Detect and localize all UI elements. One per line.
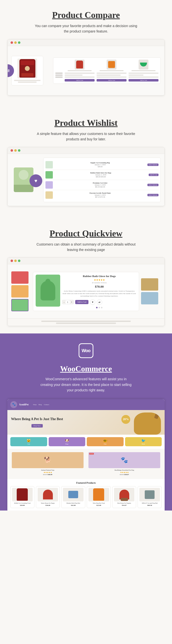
product-tile-image-3 xyxy=(63,488,84,502)
store-nav-shop[interactable]: Shop xyxy=(33,404,36,406)
product-tile-3: Modern Bold Dog Bed $42.00 xyxy=(61,486,85,508)
quickview-actions: - 1 + Add to Cart ♥ ⇄ xyxy=(62,300,136,305)
product-image xyxy=(17,58,37,78)
wishlist-title: Product Wishlist xyxy=(5,118,167,128)
compare-table-area: Add to Cart Add to Cart Add to Cart xyxy=(46,58,161,84)
product-tile-name-6: SPKLLT Cat and Dog Bed xyxy=(139,502,160,504)
category-item[interactable]: 🐦 Birds xyxy=(125,437,162,446)
hero-cta-button[interactable]: Shop Now xyxy=(31,424,43,428)
featured-products-section: Featured Products Kibble Cat Grooming Fo… xyxy=(7,479,165,510)
browser-dot-red xyxy=(10,41,13,44)
quickview-footer xyxy=(8,318,164,326)
product-tile-price-1: $28.00 xyxy=(12,504,33,506)
store-navigation: 🐾 SyndiPet Shop Blog Contact xyxy=(7,399,165,410)
quickview-right-thumbnails xyxy=(141,278,161,304)
product-tile-price-6: $69.50 xyxy=(139,504,160,506)
browser-dot-green xyxy=(18,149,20,152)
product-tile-image-1 xyxy=(12,488,33,502)
wishlist-item: Supply Cat Grooming Bag January 2, 2019 … xyxy=(45,160,159,170)
wishlist-icon[interactable]: ♥ xyxy=(90,300,95,305)
quickview-description: Customers can obtain a short summary of … xyxy=(34,242,138,253)
qty-plus-btn[interactable]: + xyxy=(70,300,74,304)
category-item[interactable]: 🐱 Cats xyxy=(10,437,47,446)
wishlist-select-btn-3[interactable]: Select Options xyxy=(147,194,159,196)
qv-right-thumb-2 xyxy=(141,292,158,304)
store-categories: 🐱 Cats 🐶 Dogs 🐠 Fish 🐦 Birds xyxy=(7,435,165,449)
quickview-title: Product Quickview xyxy=(5,228,167,239)
product-tile-6: SPKLLT Cat and Dog Bed $69.50 xyxy=(138,486,162,508)
quickview-thumbnail-list xyxy=(11,272,31,311)
compare-icon-small[interactable]: ⇄ xyxy=(97,300,102,305)
sponsored-item-2: 🐾 SALE Boofthings Knockball for Dog ★★★★… xyxy=(87,451,162,477)
store-hero: Where Being A Pet Is Just The Best Shop … xyxy=(7,410,165,435)
store-nav-blog[interactable]: Blog xyxy=(39,404,42,406)
wishlist-select-btn[interactable]: Select Options xyxy=(147,164,159,166)
quickview-review-count: (0 customer reviews) xyxy=(62,282,136,284)
browser-dot-red xyxy=(10,149,13,152)
compare-header-row xyxy=(55,60,159,71)
wishlist-item: Pawrent Acrylic Pastel Paint January 2, … xyxy=(45,190,159,200)
compare-data-row-1 xyxy=(55,73,159,74)
wishlist-heart-icon[interactable]: ♥ xyxy=(29,174,42,187)
qv-thumb-1 xyxy=(11,272,28,284)
category-item[interactable]: 🐠 Fish xyxy=(87,437,124,446)
quickview-content-area: Rubber Bath Glove for Dogs ★★★★★ (0 cust… xyxy=(8,264,164,318)
quickview-section: Product Quickview Customers can obtain a… xyxy=(0,218,172,334)
qv-right-thumb-1 xyxy=(141,278,158,290)
wishlist-browser-mock: ♥ Supply Cat Grooming Bag January 2, 201… xyxy=(7,147,165,206)
sponsored-title-1: Animal Painted Tops xyxy=(12,469,84,471)
quickview-product-name: Rubber Bath Glove for Dogs xyxy=(62,274,136,278)
sponsored-item-1: 🐕 Animal Painted Tops ★★★★★ $64.97 $48.9… xyxy=(10,451,85,477)
compare-table: Add to Cart Add to Cart Add to Cart xyxy=(53,58,161,84)
quickview-product-image xyxy=(36,274,60,306)
compare-title: Product Compare xyxy=(5,10,167,20)
product-tile-price-5: $54.97 xyxy=(114,504,135,506)
product-tile-name-2: Warm House for Puppy xyxy=(38,502,58,504)
woo-logo: Woo xyxy=(79,343,93,358)
category-item[interactable]: 🐶 Dogs xyxy=(49,437,86,446)
quickview-price: $70.00 xyxy=(62,285,136,289)
browser-dot-green xyxy=(18,41,20,44)
qty-value: 1 xyxy=(66,300,70,304)
compare-content-area: ⇄ xyxy=(8,46,164,95)
browser-dot-yellow xyxy=(14,260,17,262)
product-tile-image-2 xyxy=(38,488,58,502)
product-tile-name-4: Wise Dog Dry Food xyxy=(88,502,109,504)
quickview-stars: ★★★★★ xyxy=(62,278,136,281)
wishlist-select-btn-2[interactable]: Select Options xyxy=(147,184,159,186)
glove-image xyxy=(41,281,55,300)
add-to-cart-button[interactable]: Add to Cart xyxy=(75,300,88,304)
carousel-dots xyxy=(62,307,136,308)
woocommerce-section: Woo WooCommerce WooCommerce's advanced f… xyxy=(0,334,172,510)
product-tile-name-5: Den House for Puppies xyxy=(114,502,135,504)
compare-description: You can compare your favorite products a… xyxy=(34,23,138,34)
products-grid: Kibble Cat Grooming Food $28.00 Warm Hou… xyxy=(10,486,162,508)
qv-thumb-2 xyxy=(11,285,28,298)
quantity-control[interactable]: - 1 + xyxy=(62,300,74,304)
product-tile-price-2: $36.00 xyxy=(38,504,58,506)
product-card xyxy=(11,56,43,86)
product-tile-name-3: Modern Bold Dog Bed xyxy=(63,502,84,504)
compare-product-left xyxy=(11,56,43,86)
sponsored-prices-2: $59.98 $38.07 xyxy=(88,474,160,476)
wishlist-description: A simple feature that allows your custom… xyxy=(34,131,138,142)
qv-thumb-3[interactable] xyxy=(11,299,28,311)
browser-toolbar xyxy=(8,40,164,46)
compare-button-row: Add to Cart Add to Cart Add to Cart xyxy=(55,79,159,82)
product-tile-price-4: $22.00 xyxy=(88,504,109,506)
wishlist-product-image: ♥ xyxy=(11,168,36,192)
compare-data-row-3 xyxy=(55,76,159,78)
browser-dot-red xyxy=(10,260,13,262)
featured-products-title: Featured Products xyxy=(10,482,162,484)
sponsored-image-1: 🐕 xyxy=(12,452,84,468)
store-nav-contact[interactable]: Contact xyxy=(44,404,49,406)
woocommerce-title: WooCommerce xyxy=(5,364,167,373)
wishlist-item: Premium Cat Litter January 2, 2019 $81.9… xyxy=(45,180,159,190)
product-tile-price-3: $42.00 xyxy=(63,504,84,506)
wishlist-cart-btn[interactable]: Add To Cart xyxy=(149,174,159,176)
qty-minus-btn[interactable]: - xyxy=(62,300,66,304)
store-mockup: 🐾 SyndiPet Shop Blog Contact Where Being… xyxy=(7,399,165,510)
browser-dot-yellow xyxy=(14,41,17,44)
quickview-browser-mock: Rubber Bath Glove for Dogs ★★★★★ (0 cust… xyxy=(7,257,165,326)
sponsored-title-2: Boofthings Knockball for Dog xyxy=(88,469,160,471)
